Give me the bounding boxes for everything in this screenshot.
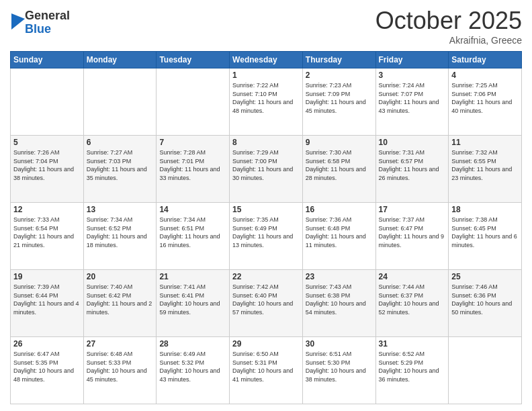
calendar-cell: 9Sunrise: 7:30 AM Sunset: 6:58 PM Daylig… [302,136,375,203]
calendar-cell [449,337,522,404]
cell-info: Sunrise: 6:51 AM Sunset: 5:30 PM Dayligh… [306,350,373,383]
cell-info: Sunrise: 7:31 AM Sunset: 6:57 PM Dayligh… [379,148,446,182]
logo-blue-text: Blue [25,23,70,36]
cell-day-number: 6 [87,138,154,147]
logo-text: General Blue [25,9,70,36]
calendar-cell: 31Sunrise: 6:52 AM Sunset: 5:29 PM Dayli… [375,337,449,404]
calendar-header-row: SundayMondayTuesdayWednesdayThursdayFrid… [11,52,522,68]
cell-info: Sunrise: 7:33 AM Sunset: 6:54 PM Dayligh… [13,216,81,249]
cell-info: Sunrise: 7:24 AM Sunset: 7:07 PM Dayligh… [379,81,446,115]
logo-icon [11,13,25,30]
cell-info: Sunrise: 7:27 AM Sunset: 7:03 PM Dayligh… [87,148,154,182]
calendar-cell: 12Sunrise: 7:33 AM Sunset: 6:54 PM Dayli… [11,203,84,270]
cell-info: Sunrise: 7:34 AM Sunset: 6:52 PM Dayligh… [87,216,154,249]
day-header-tuesday: Tuesday [157,52,230,68]
cell-info: Sunrise: 7:29 AM Sunset: 7:00 PM Dayligh… [232,148,300,182]
calendar-cell: 14Sunrise: 7:34 AM Sunset: 6:51 PM Dayli… [157,203,230,270]
cell-day-number: 23 [306,272,373,281]
cell-info: Sunrise: 7:35 AM Sunset: 6:49 PM Dayligh… [232,216,300,249]
calendar-cell: 26Sunrise: 6:47 AM Sunset: 5:35 PM Dayli… [11,337,84,404]
cell-info: Sunrise: 7:28 AM Sunset: 7:01 PM Dayligh… [159,148,226,182]
calendar-week-row: 5Sunrise: 7:26 AM Sunset: 7:04 PM Daylig… [11,136,522,203]
cell-day-number: 19 [13,272,81,281]
calendar-cell: 1Sunrise: 7:22 AM Sunset: 7:10 PM Daylig… [230,68,303,136]
cell-day-number: 11 [451,138,519,147]
cell-day-number: 5 [13,138,81,147]
calendar-cell: 29Sunrise: 6:50 AM Sunset: 5:31 PM Dayli… [230,337,303,404]
calendar-table: SundayMondayTuesdayWednesdayThursdayFrid… [10,51,522,404]
day-header-thursday: Thursday [302,52,375,68]
calendar-cell [157,68,230,136]
header: General Blue October 2025 Akraifnia, Gre… [10,7,522,46]
cell-info: Sunrise: 7:44 AM Sunset: 6:37 PM Dayligh… [379,283,446,316]
logo: General Blue [10,9,70,36]
calendar-cell: 5Sunrise: 7:26 AM Sunset: 7:04 PM Daylig… [11,136,84,203]
cell-info: Sunrise: 7:36 AM Sunset: 6:48 PM Dayligh… [306,216,373,249]
calendar-week-row: 19Sunrise: 7:39 AM Sunset: 6:44 PM Dayli… [11,270,522,337]
cell-info: Sunrise: 7:37 AM Sunset: 6:47 PM Dayligh… [379,216,446,249]
cell-info: Sunrise: 6:49 AM Sunset: 5:32 PM Dayligh… [159,350,226,383]
cell-day-number: 10 [379,138,446,147]
calendar-cell [11,68,84,136]
title-block: October 2025 Akraifnia, Greece [375,7,522,46]
cell-day-number: 2 [306,71,373,80]
calendar-week-row: 26Sunrise: 6:47 AM Sunset: 5:35 PM Dayli… [11,337,522,404]
cell-info: Sunrise: 7:30 AM Sunset: 6:58 PM Dayligh… [306,148,373,182]
cell-day-number: 4 [451,71,519,80]
day-header-wednesday: Wednesday [230,52,303,68]
calendar-cell: 4Sunrise: 7:25 AM Sunset: 7:06 PM Daylig… [449,68,522,136]
calendar-cell: 16Sunrise: 7:36 AM Sunset: 6:48 PM Dayli… [302,203,375,270]
calendar-cell: 15Sunrise: 7:35 AM Sunset: 6:49 PM Dayli… [230,203,303,270]
calendar-cell: 21Sunrise: 7:41 AM Sunset: 6:41 PM Dayli… [157,270,230,337]
cell-day-number: 26 [13,339,81,349]
svg-marker-0 [11,13,25,30]
calendar-cell: 8Sunrise: 7:29 AM Sunset: 7:00 PM Daylig… [230,136,303,203]
calendar-cell: 17Sunrise: 7:37 AM Sunset: 6:47 PM Dayli… [375,203,449,270]
cell-day-number: 27 [87,339,154,349]
calendar-cell: 13Sunrise: 7:34 AM Sunset: 6:52 PM Dayli… [83,203,157,270]
cell-info: Sunrise: 7:26 AM Sunset: 7:04 PM Dayligh… [13,148,81,182]
calendar-cell: 30Sunrise: 6:51 AM Sunset: 5:30 PM Dayli… [302,337,375,404]
day-header-saturday: Saturday [449,52,522,68]
cell-day-number: 20 [87,272,154,281]
cell-info: Sunrise: 7:38 AM Sunset: 6:45 PM Dayligh… [451,216,519,249]
cell-day-number: 16 [306,205,373,214]
cell-day-number: 7 [159,138,226,147]
cell-day-number: 29 [232,339,300,349]
cell-day-number: 28 [159,339,226,349]
calendar-cell: 2Sunrise: 7:23 AM Sunset: 7:09 PM Daylig… [302,68,375,136]
cell-day-number: 13 [87,205,154,214]
calendar-cell: 22Sunrise: 7:42 AM Sunset: 6:40 PM Dayli… [230,270,303,337]
calendar-cell [83,68,157,136]
cell-info: Sunrise: 7:43 AM Sunset: 6:38 PM Dayligh… [306,283,373,316]
location: Akraifnia, Greece [375,35,522,46]
calendar-cell: 23Sunrise: 7:43 AM Sunset: 6:38 PM Dayli… [302,270,375,337]
cell-info: Sunrise: 7:46 AM Sunset: 6:36 PM Dayligh… [451,283,519,316]
day-header-monday: Monday [83,52,157,68]
calendar-cell: 20Sunrise: 7:40 AM Sunset: 6:42 PM Dayli… [83,270,157,337]
cell-info: Sunrise: 7:22 AM Sunset: 7:10 PM Dayligh… [232,81,300,115]
cell-info: Sunrise: 7:32 AM Sunset: 6:55 PM Dayligh… [451,148,519,182]
calendar-cell: 25Sunrise: 7:46 AM Sunset: 6:36 PM Dayli… [449,270,522,337]
cell-info: Sunrise: 7:41 AM Sunset: 6:41 PM Dayligh… [159,283,226,316]
day-header-friday: Friday [375,52,449,68]
calendar-cell: 24Sunrise: 7:44 AM Sunset: 6:37 PM Dayli… [375,270,449,337]
cell-info: Sunrise: 7:39 AM Sunset: 6:44 PM Dayligh… [13,283,81,316]
cell-day-number: 15 [232,205,300,214]
calendar-cell: 6Sunrise: 7:27 AM Sunset: 7:03 PM Daylig… [83,136,157,203]
cell-info: Sunrise: 6:48 AM Sunset: 5:33 PM Dayligh… [87,350,154,383]
month-title: October 2025 [375,7,522,35]
logo-general-text: General [25,9,70,23]
calendar-cell: 11Sunrise: 7:32 AM Sunset: 6:55 PM Dayli… [449,136,522,203]
day-header-sunday: Sunday [11,52,84,68]
calendar-cell: 27Sunrise: 6:48 AM Sunset: 5:33 PM Dayli… [83,337,157,404]
cell-day-number: 25 [451,272,519,281]
cell-day-number: 24 [379,272,446,281]
cell-day-number: 9 [306,138,373,147]
calendar-cell: 19Sunrise: 7:39 AM Sunset: 6:44 PM Dayli… [11,270,84,337]
cell-day-number: 3 [379,71,446,80]
calendar-cell: 10Sunrise: 7:31 AM Sunset: 6:57 PM Dayli… [375,136,449,203]
cell-day-number: 30 [306,339,373,349]
cell-info: Sunrise: 7:25 AM Sunset: 7:06 PM Dayligh… [451,81,519,115]
calendar-week-row: 1Sunrise: 7:22 AM Sunset: 7:10 PM Daylig… [11,68,522,136]
